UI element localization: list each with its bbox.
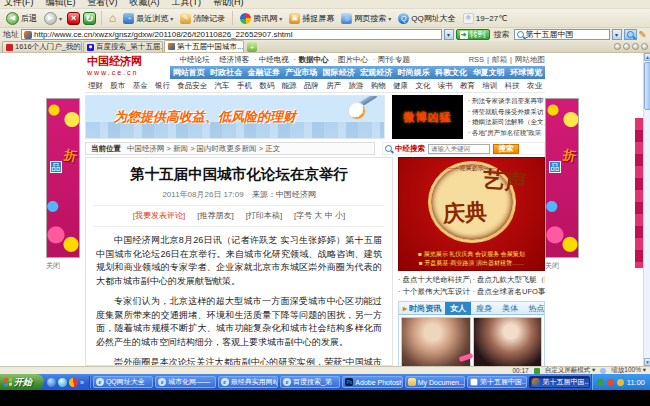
print-link[interactable]: [打印本稿] <box>246 210 282 221</box>
top-link-blog[interactable]: · 经济博客 <box>215 55 250 65</box>
search-dropdown-icon[interactable]: ▾ <box>612 29 622 40</box>
sidebar-link[interactable]: · 盘点全球著名UFO事件 <box>473 287 546 297</box>
address-input[interactable]: http://www.ce.cn/xwzx/gnsz/gdxw/201108/2… <box>21 29 442 40</box>
quicklaunch-browser-icon[interactable] <box>47 378 56 387</box>
refresh-button[interactable]: ↻ <box>83 12 96 25</box>
comment-link[interactable]: [我要发表评论] <box>133 210 185 221</box>
tray-volume-icon[interactable] <box>617 379 624 386</box>
tab-close-all-icon[interactable] <box>641 43 648 50</box>
task-my-documents[interactable]: My Documen... <box>405 376 465 388</box>
menu-view[interactable]: 查看(V) <box>88 0 118 9</box>
headline-link[interactable]: · 各地“房产加名征税”政策 <box>468 129 545 138</box>
nav-politics[interactable]: 时政社会 <box>210 67 242 78</box>
tab-1616-portal[interactable]: 1616个人门户_我的... <box>2 41 82 52</box>
link-rss[interactable]: RSS <box>469 55 484 65</box>
top-link-data[interactable]: · 数据中心 <box>294 55 329 65</box>
new-tab-button[interactable]: + <box>247 42 257 52</box>
sidebar-link[interactable]: · 盘点九款大型飞艇（图） <box>473 275 546 285</box>
nav-fashion[interactable]: 时尚娱乐 <box>398 67 430 78</box>
tab-scroll-left-icon[interactable] <box>614 43 621 50</box>
headline-link[interactable]: · 刑法专家谈李昌奎案再审 <box>468 97 545 106</box>
task-qq-sites[interactable]: eQQ网址大全 <box>93 376 153 388</box>
tab-scroll-right-icon[interactable] <box>623 43 630 50</box>
recommend-link[interactable]: [推荐朋友] <box>197 210 233 221</box>
subnav-item[interactable]: 理财 <box>88 81 103 91</box>
menu-edit[interactable]: 编辑(E) <box>46 0 76 9</box>
capture-screen-button[interactable]: ▣捕捉屏幕 <box>287 12 336 25</box>
subnav-item[interactable]: 手机 <box>237 81 252 91</box>
task-baidu-search[interactable]: e百度搜索_第 <box>280 376 340 388</box>
sidebar-link[interactable]: · 十个最伟大汽车设计（图） <box>398 287 471 297</box>
qq-sites-button[interactable]: QQQ网址大全 <box>396 12 457 25</box>
menu-favorites[interactable]: 收藏(A) <box>130 0 160 9</box>
weibo-promo-ad[interactable]: 微博凶猛 <box>392 95 463 139</box>
subnav-item[interactable]: 读书 <box>438 81 453 91</box>
subnav-item[interactable]: 培训 <box>482 81 497 91</box>
tray-app-icon[interactable] <box>607 379 614 386</box>
subnav-item[interactable]: 科技 <box>505 81 520 91</box>
scrollbar-thumb[interactable] <box>644 62 650 110</box>
scroll-down-icon[interactable]: ▼ <box>644 358 650 366</box>
left-floating-ad[interactable]: 折 品 <box>46 98 80 258</box>
subnav-item[interactable]: 购物 <box>371 81 386 91</box>
breadcrumb-path[interactable]: 中国经济网 > 新闻 > 国内时政更多新闻 > 正文 <box>127 144 280 154</box>
tab-active-article[interactable]: 第十五届中国城市...× <box>164 40 244 52</box>
nav-global[interactable]: 环球博览 <box>510 67 542 78</box>
vertical-scrollbar[interactable]: ▲ ▼ <box>643 53 650 366</box>
task-photoshop[interactable]: PsAdobe Photosh... <box>342 376 402 388</box>
subnav-item[interactable]: 旅游 <box>348 81 363 91</box>
web-search-button[interactable]: ○网页搜索▾ <box>339 12 393 25</box>
start-button[interactable]: 开始 <box>0 374 44 390</box>
nav-industry[interactable]: 产业市场 <box>285 67 317 78</box>
subnav-item[interactable]: 数码 <box>259 81 274 91</box>
headline-link[interactable]: · 婚姻法新司法解释（全文） <box>468 118 545 127</box>
article-source[interactable]: 来源：中国经济网 <box>252 190 316 199</box>
task-active-browser[interactable]: 第十五届中国... <box>529 376 589 388</box>
menu-tools[interactable]: 工具(T) <box>172 0 202 9</box>
site-search-button[interactable]: 搜索 <box>493 144 519 154</box>
task-classic-sites[interactable]: e最经典实用网站 <box>218 376 278 388</box>
task-urbanization-site[interactable]: e城市化网—— <box>155 376 215 388</box>
right-floating-ad[interactable]: 折 品 <box>545 98 579 258</box>
forward-button[interactable]: ▶▾ <box>42 11 64 26</box>
tab-list-icon[interactable] <box>632 43 639 50</box>
subnav-item[interactable]: 股市 <box>110 81 125 91</box>
tencent-site-button[interactable]: 腾讯网▾ <box>238 12 284 25</box>
nav-macro[interactable]: 宏观经济 <box>360 67 392 78</box>
subnav-item[interactable]: 文化 <box>415 81 430 91</box>
menu-help[interactable]: 帮助(H) <box>213 0 244 9</box>
tab-hot[interactable]: 热点 <box>523 302 545 315</box>
ceremony-ad[interactable]: ——迎展必乐—— 艺声 庆典 ■ 展览展示 礼仪庆典 会议服务 会展策划 ■ 开… <box>398 157 545 271</box>
subnav-item[interactable]: 健康 <box>393 81 408 91</box>
stop-button[interactable]: × <box>67 12 80 25</box>
home-button[interactable]: ⌂ <box>107 12 118 24</box>
subnav-item[interactable]: 银行 <box>155 81 170 91</box>
fontsize-control[interactable]: [字号 大 中 小] <box>294 210 345 221</box>
top-link-forum[interactable]: · 中经论坛 <box>175 55 210 65</box>
weather-widget[interactable]: ❄19~27℃ <box>461 12 509 25</box>
scroll-up-icon[interactable]: ▲ <box>644 53 650 61</box>
tab-slimming[interactable]: 瘦身 <box>471 302 497 315</box>
go-button[interactable]: ➜转到 <box>456 29 490 40</box>
nav-science[interactable]: 科教文化 <box>435 67 467 78</box>
nav-finance[interactable]: 金融证券 <box>248 67 280 78</box>
site-logo[interactable]: 中国经济网 www.ce.cn <box>87 54 171 76</box>
link-sitemap[interactable]: 网站地图 <box>515 55 545 65</box>
task-forum-window[interactable]: 第十五届中国.. <box>467 376 527 388</box>
tab-baidu-search[interactable]: 百度搜索_第十五届... <box>83 41 163 52</box>
recent-history-button[interactable]: ◔最近浏览▾ <box>121 12 175 25</box>
menu-file[interactable]: 文件(F) <box>4 0 34 9</box>
left-ad-close-button[interactable]: 关闭 <box>46 261 60 271</box>
quicklaunch-app-icon[interactable] <box>69 378 78 387</box>
subnav-item[interactable]: 农业 <box>527 81 542 91</box>
subnav-item[interactable]: 教育 <box>460 81 475 91</box>
edge-strip-ad[interactable] <box>635 118 643 268</box>
nav-home[interactable]: 网站首页 <box>173 67 205 78</box>
tray-antivirus-icon[interactable] <box>597 379 604 386</box>
headline-link[interactable]: · 傅莹就航母接受外媒采访 <box>468 108 545 117</box>
search-go-button[interactable] <box>624 29 637 40</box>
site-search-input[interactable] <box>428 144 490 154</box>
address-dropdown-icon[interactable]: ▾ <box>444 29 454 40</box>
quicklaunch-desktop-icon[interactable] <box>58 378 67 387</box>
subnav-item[interactable]: 房产 <box>326 81 341 91</box>
